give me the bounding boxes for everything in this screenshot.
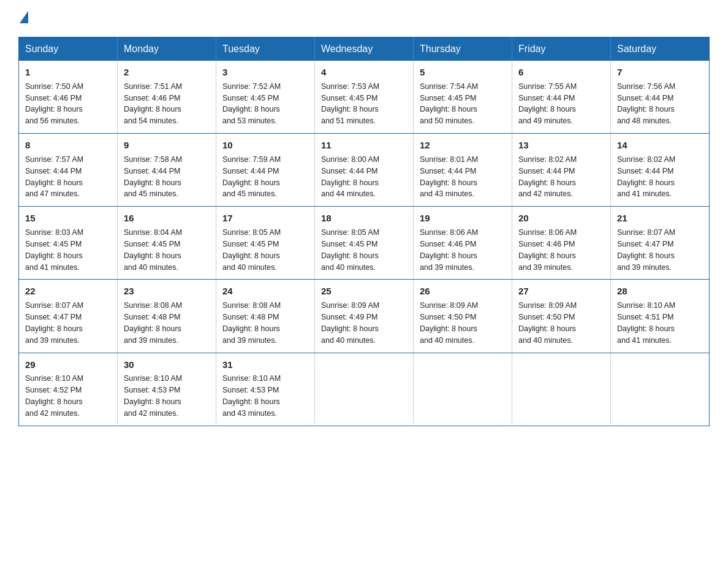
day-info: Sunrise: 7:50 AMSunset: 4:46 PMDaylight:… [25, 82, 83, 126]
calendar-header: SundayMondayTuesdayWednesdayThursdayFrid… [19, 37, 710, 61]
weekday-header-monday: Monday [118, 37, 216, 61]
logo-area [18, 12, 29, 25]
day-number: 4 [321, 66, 407, 79]
calendar-cell: 30Sunrise: 8:10 AMSunset: 4:53 PMDayligh… [118, 353, 216, 426]
weekday-header-thursday: Thursday [414, 37, 512, 61]
weekday-header-saturday: Saturday [611, 37, 710, 61]
calendar-cell: 8Sunrise: 7:57 AMSunset: 4:44 PMDaylight… [19, 134, 118, 207]
day-number: 27 [518, 285, 604, 298]
day-number: 15 [25, 212, 111, 225]
day-info: Sunrise: 8:04 AMSunset: 4:45 PMDaylight:… [124, 228, 182, 272]
day-number: 21 [617, 212, 703, 225]
day-info: Sunrise: 7:54 AMSunset: 4:45 PMDaylight:… [420, 82, 478, 126]
calendar-cell: 22Sunrise: 8:07 AMSunset: 4:47 PMDayligh… [19, 280, 118, 353]
calendar-week-row: 1Sunrise: 7:50 AMSunset: 4:46 PMDaylight… [19, 61, 710, 134]
day-info: Sunrise: 8:09 AMSunset: 4:49 PMDaylight:… [321, 301, 379, 345]
calendar-cell: 13Sunrise: 8:02 AMSunset: 4:44 PMDayligh… [512, 134, 611, 207]
calendar-week-row: 29Sunrise: 8:10 AMSunset: 4:52 PMDayligh… [19, 353, 710, 426]
day-info: Sunrise: 8:06 AMSunset: 4:46 PMDaylight:… [420, 228, 478, 272]
day-info: Sunrise: 8:09 AMSunset: 4:50 PMDaylight:… [518, 301, 577, 345]
day-info: Sunrise: 8:03 AMSunset: 4:45 PMDaylight:… [25, 228, 83, 272]
day-number: 13 [518, 139, 604, 152]
calendar-cell [414, 353, 512, 426]
day-number: 2 [124, 66, 210, 79]
logo-triangle-icon [20, 11, 28, 23]
calendar-cell: 17Sunrise: 8:05 AMSunset: 4:45 PMDayligh… [216, 207, 315, 280]
calendar-cell: 16Sunrise: 8:04 AMSunset: 4:45 PMDayligh… [118, 207, 216, 280]
day-info: Sunrise: 8:07 AMSunset: 4:47 PMDaylight:… [25, 301, 83, 345]
day-info: Sunrise: 8:10 AMSunset: 4:53 PMDaylight:… [222, 374, 281, 418]
day-info: Sunrise: 7:52 AMSunset: 4:45 PMDaylight:… [222, 82, 281, 126]
day-number: 7 [617, 66, 703, 79]
weekday-header-row: SundayMondayTuesdayWednesdayThursdayFrid… [19, 37, 710, 61]
calendar-cell: 21Sunrise: 8:07 AMSunset: 4:47 PMDayligh… [611, 207, 710, 280]
calendar-cell: 20Sunrise: 8:06 AMSunset: 4:46 PMDayligh… [512, 207, 611, 280]
day-number: 3 [222, 66, 308, 79]
day-number: 14 [617, 139, 703, 152]
day-info: Sunrise: 7:56 AMSunset: 4:44 PMDaylight:… [617, 82, 675, 126]
calendar-cell: 2Sunrise: 7:51 AMSunset: 4:46 PMDaylight… [118, 61, 216, 134]
day-info: Sunrise: 8:01 AMSunset: 4:44 PMDaylight:… [420, 155, 478, 199]
calendar-cell: 15Sunrise: 8:03 AMSunset: 4:45 PMDayligh… [19, 207, 118, 280]
day-number: 31 [222, 358, 308, 372]
calendar-cell: 24Sunrise: 8:08 AMSunset: 4:48 PMDayligh… [216, 280, 315, 353]
day-number: 10 [222, 139, 308, 152]
day-number: 26 [420, 285, 506, 298]
day-number: 11 [321, 139, 407, 152]
calendar-cell: 7Sunrise: 7:56 AMSunset: 4:44 PMDaylight… [611, 61, 710, 134]
calendar-table: SundayMondayTuesdayWednesdayThursdayFrid… [18, 37, 710, 426]
day-number: 23 [124, 285, 210, 298]
calendar-cell: 26Sunrise: 8:09 AMSunset: 4:50 PMDayligh… [414, 280, 512, 353]
day-number: 12 [420, 139, 506, 152]
day-number: 29 [25, 358, 111, 372]
calendar-week-row: 15Sunrise: 8:03 AMSunset: 4:45 PMDayligh… [19, 207, 710, 280]
calendar-cell: 10Sunrise: 7:59 AMSunset: 4:44 PMDayligh… [216, 134, 315, 207]
day-number: 16 [124, 212, 210, 225]
day-info: Sunrise: 8:08 AMSunset: 4:48 PMDaylight:… [222, 301, 281, 345]
calendar-cell [611, 353, 710, 426]
day-number: 19 [420, 212, 506, 225]
calendar-week-row: 8Sunrise: 7:57 AMSunset: 4:44 PMDaylight… [19, 134, 710, 207]
day-number: 9 [124, 139, 210, 152]
day-info: Sunrise: 7:55 AMSunset: 4:44 PMDaylight:… [518, 82, 577, 126]
calendar-week-row: 22Sunrise: 8:07 AMSunset: 4:47 PMDayligh… [19, 280, 710, 353]
day-info: Sunrise: 7:51 AMSunset: 4:46 PMDaylight:… [124, 82, 182, 126]
weekday-header-wednesday: Wednesday [315, 37, 414, 61]
day-number: 20 [518, 212, 604, 225]
weekday-header-friday: Friday [512, 37, 611, 61]
calendar-cell: 23Sunrise: 8:08 AMSunset: 4:48 PMDayligh… [118, 280, 216, 353]
day-number: 28 [617, 285, 703, 298]
day-number: 18 [321, 212, 407, 225]
day-info: Sunrise: 8:10 AMSunset: 4:51 PMDaylight:… [617, 301, 675, 345]
logo [18, 12, 29, 25]
day-number: 24 [222, 285, 308, 298]
calendar-cell: 19Sunrise: 8:06 AMSunset: 4:46 PMDayligh… [414, 207, 512, 280]
calendar-cell: 4Sunrise: 7:53 AMSunset: 4:45 PMDaylight… [315, 61, 414, 134]
day-number: 22 [25, 285, 111, 298]
calendar-body: 1Sunrise: 7:50 AMSunset: 4:46 PMDaylight… [19, 61, 710, 426]
calendar-cell: 3Sunrise: 7:52 AMSunset: 4:45 PMDaylight… [216, 61, 315, 134]
calendar-cell: 31Sunrise: 8:10 AMSunset: 4:53 PMDayligh… [216, 353, 315, 426]
weekday-header-sunday: Sunday [19, 37, 118, 61]
day-info: Sunrise: 7:57 AMSunset: 4:44 PMDaylight:… [25, 155, 83, 199]
day-info: Sunrise: 8:05 AMSunset: 4:45 PMDaylight:… [321, 228, 379, 272]
calendar-cell: 1Sunrise: 7:50 AMSunset: 4:46 PMDaylight… [19, 61, 118, 134]
day-number: 6 [518, 66, 604, 79]
day-info: Sunrise: 7:53 AMSunset: 4:45 PMDaylight:… [321, 82, 379, 126]
calendar-cell: 12Sunrise: 8:01 AMSunset: 4:44 PMDayligh… [414, 134, 512, 207]
day-info: Sunrise: 8:00 AMSunset: 4:44 PMDaylight:… [321, 155, 379, 199]
day-info: Sunrise: 8:10 AMSunset: 4:53 PMDaylight:… [124, 374, 182, 418]
day-number: 17 [222, 212, 308, 225]
day-info: Sunrise: 8:05 AMSunset: 4:45 PMDaylight:… [222, 228, 281, 272]
calendar-cell: 5Sunrise: 7:54 AMSunset: 4:45 PMDaylight… [414, 61, 512, 134]
day-info: Sunrise: 8:08 AMSunset: 4:48 PMDaylight:… [124, 301, 182, 345]
calendar-cell: 25Sunrise: 8:09 AMSunset: 4:49 PMDayligh… [315, 280, 414, 353]
calendar-cell: 14Sunrise: 8:02 AMSunset: 4:44 PMDayligh… [611, 134, 710, 207]
calendar-cell: 11Sunrise: 8:00 AMSunset: 4:44 PMDayligh… [315, 134, 414, 207]
day-info: Sunrise: 8:02 AMSunset: 4:44 PMDaylight:… [617, 155, 675, 199]
day-number: 25 [321, 285, 407, 298]
day-number: 1 [25, 66, 111, 79]
calendar-cell [315, 353, 414, 426]
day-info: Sunrise: 8:09 AMSunset: 4:50 PMDaylight:… [420, 301, 478, 345]
day-number: 8 [25, 139, 111, 152]
